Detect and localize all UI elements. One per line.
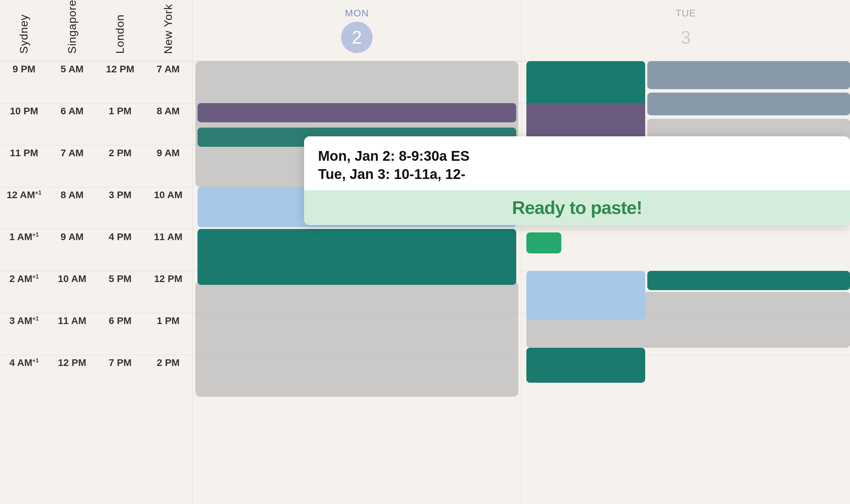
day-name-mon: MON [345,8,369,19]
time-cell: 9 PM [0,61,48,103]
time-cell: 6 PM [96,313,144,355]
days-area [192,61,850,504]
time-cell: 5 PM [96,271,144,313]
slot-tue-4[interactable] [521,229,850,271]
day-header-mon[interactable]: MON 2 [192,0,521,61]
london-label: London [114,14,127,54]
event-tue-bluegray-mid[interactable] [647,93,850,115]
time-cell: 12 PM [96,61,144,103]
time-cell: 3 PM [96,187,144,229]
time-cell: 12 PM [144,271,193,313]
time-cell: 4 PM [96,229,144,271]
time-cell: 2 PM [144,355,193,397]
event-tue-green[interactable] [526,232,561,253]
event-tue-bluegray-top[interactable] [647,61,850,89]
time-cell: 11 PM [0,145,48,187]
ready-to-paste-banner: Ready to paste! [304,190,850,225]
sydney-times: 9 PM 10 PM 11 PM 12 AM+1 1 AM+1 2 AM+1 3… [0,61,48,504]
sydney-header: Sydney [0,14,48,57]
time-cell: 4 AM+1 [0,355,48,397]
london-header: London [96,14,144,57]
time-cell: 3 AM+1 [0,313,48,355]
time-cell: 1 AM+1 [0,229,48,271]
time-cell: 1 PM [96,103,144,145]
singapore-label: Singapore [66,0,79,54]
ready-to-paste-text: Ready to paste! [512,197,642,218]
london-times: 12 PM 1 PM 2 PM 3 PM 4 PM 5 PM 6 PM 7 PM [96,61,144,504]
new-york-times: 7 AM 8 AM 9 AM 10 AM 11 AM 12 PM 1 PM 2 … [144,61,193,504]
time-cell: 7 AM [48,145,96,187]
event-tue-teal-right[interactable] [647,271,850,290]
header-row: Sydney Singapore London New York MON 2 [0,0,850,61]
time-cell: 6 AM [48,103,96,145]
time-cell: 10 PM [0,103,48,145]
singapore-times: 5 AM 6 AM 7 AM 8 AM 9 AM 10 AM 11 AM 12 … [48,61,96,504]
event-tue-teal-bottom[interactable] [526,348,645,383]
time-cell: 11 AM [144,229,193,271]
singapore-header: Singapore [48,0,96,57]
tooltip-line2: Tue, Jan 3: 10-11a, 12- [318,165,836,183]
time-cell: 10 AM [48,271,96,313]
day-col-mon[interactable] [192,61,521,504]
time-cell: 2 AM+1 [0,271,48,313]
day-number-tue[interactable]: 3 [670,22,701,53]
event-mon-purple[interactable] [197,103,516,122]
event-tue-lightblue[interactable] [526,271,645,320]
calendar-container: Sydney Singapore London New York MON 2 [0,0,850,504]
time-cell: 8 AM [144,103,193,145]
time-cell: 7 AM [144,61,193,103]
day-col-tue[interactable] [521,61,850,504]
time-cell: 8 AM [48,187,96,229]
tooltip-popup: Mon, Jan 2: 8-9:30a ES Tue, Jan 3: 10-11… [304,136,850,225]
sydney-label: Sydney [17,14,30,54]
time-cell: 5 AM [48,61,96,103]
time-cell: 10 AM [144,187,193,229]
time-cell: 12 PM [48,355,96,397]
time-cell: 11 AM [48,313,96,355]
time-cell: 7 PM [96,355,144,397]
day-number-mon[interactable]: 2 [341,22,373,53]
grid-body: 9 PM 10 PM 11 PM 12 AM+1 1 AM+1 2 AM+1 3… [0,61,850,504]
new-york-label: New York [162,4,175,54]
time-cell: 9 AM [144,145,193,187]
day-name-tue: TUE [676,8,696,19]
timezone-headers: Sydney Singapore London New York [0,0,192,61]
new-york-header: New York [144,4,193,57]
time-cell: 12 AM+1 [0,187,48,229]
time-cell: 1 PM [144,313,193,355]
time-cell: 2 PM [96,145,144,187]
event-mon-teal-2[interactable] [197,229,516,285]
time-columns: 9 PM 10 PM 11 PM 12 AM+1 1 AM+1 2 AM+1 3… [0,61,192,504]
days-header: MON 2 TUE 3 [192,0,850,61]
tooltip-line1: Mon, Jan 2: 8-9:30a ES [318,147,836,165]
day-header-tue[interactable]: TUE 3 [521,0,850,61]
event-mon-gray-bottom[interactable] [195,281,518,397]
time-cell: 9 AM [48,229,96,271]
